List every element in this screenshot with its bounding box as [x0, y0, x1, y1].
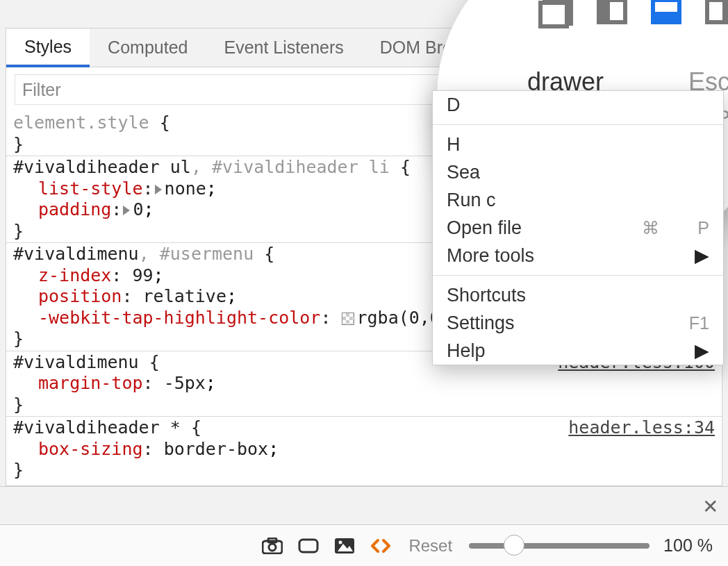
zoom-slider[interactable] [469, 543, 650, 549]
bottom-toolbar: Reset 100 % [0, 524, 728, 566]
menu-help[interactable]: Help▶ [433, 337, 723, 365]
menu-shortcuts[interactable]: Shortcuts [433, 281, 723, 309]
menu-show-console[interactable]: H [433, 131, 723, 158]
svg-point-1 [269, 544, 276, 551]
tab-event-listeners[interactable]: Event Listeners [206, 28, 361, 67]
tab-styles[interactable]: Styles [6, 29, 90, 67]
tab-computed[interactable]: Computed [90, 28, 206, 67]
dock-side-row [543, 0, 728, 24]
zoom-percent: 100 % [663, 535, 713, 556]
svg-rect-3 [299, 540, 317, 552]
reset-button[interactable]: Reset [408, 536, 452, 556]
menu-dock-side[interactable]: D [433, 91, 723, 119]
dock-undock-icon[interactable] [543, 0, 573, 24]
menu-run-command[interactable]: Run c [433, 186, 723, 214]
menu-more-tools[interactable]: More tools▶ [433, 242, 723, 269]
slider-knob[interactable] [504, 535, 524, 556]
svg-point-6 [339, 540, 342, 544]
dock-bottom-icon[interactable] [651, 0, 681, 24]
drawer-bar: ✕ [0, 486, 728, 521]
menu-settings[interactable]: SettingsF1 [433, 309, 723, 337]
close-drawer-icon[interactable]: ✕ [702, 495, 718, 518]
image-icon[interactable] [333, 536, 356, 556]
color-swatch-icon[interactable] [342, 313, 354, 325]
devtools-menu: D H Sea Run c Open file⌘ P More tools▶ S… [432, 90, 724, 365]
rectangle-icon[interactable] [297, 536, 320, 556]
expand-icon[interactable] [123, 206, 130, 215]
source-link[interactable]: header.less:34 [568, 417, 715, 439]
dock-right-icon[interactable] [705, 0, 728, 24]
camera-icon[interactable] [261, 536, 283, 556]
menu-open-file[interactable]: Open file⌘ P [433, 214, 723, 242]
rule-vivaldiheader-star[interactable]: header.less:34 #vivaldiheader * { box-si… [6, 416, 722, 482]
expand-icon[interactable] [155, 185, 162, 194]
dock-left-icon[interactable] [597, 0, 627, 24]
code-icon[interactable] [370, 536, 392, 556]
menu-search[interactable]: Sea [433, 158, 723, 186]
